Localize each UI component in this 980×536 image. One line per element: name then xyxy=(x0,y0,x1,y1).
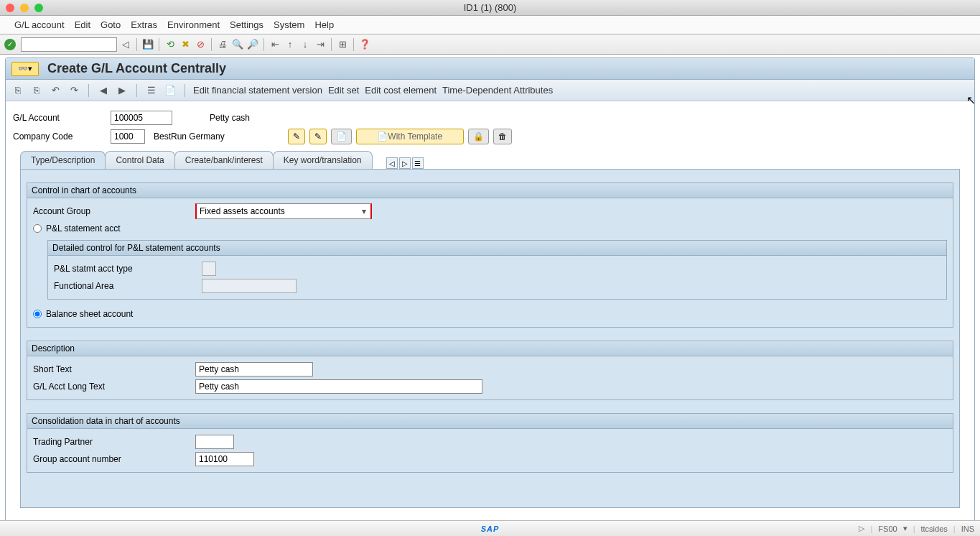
pl-type-input[interactable] xyxy=(202,262,216,276)
menu-help[interactable]: Help xyxy=(314,19,334,30)
copy-icon[interactable]: ⎘ xyxy=(30,84,43,97)
dropdown-arrow-icon: ▾ xyxy=(358,206,370,216)
trading-partner-label: Trading Partner xyxy=(33,437,191,447)
tab-list-icon[interactable]: ☰ xyxy=(412,157,424,169)
menubar: G/L account Edit Goto Extras Environment… xyxy=(0,16,980,34)
back-nav-icon[interactable]: ⟲ xyxy=(164,38,177,51)
group-description-title: Description xyxy=(27,341,953,356)
menu-settings[interactable]: Settings xyxy=(230,19,263,30)
tab-control-data[interactable]: Control Data xyxy=(105,151,174,169)
short-text-input[interactable] xyxy=(195,362,313,376)
system-toolbar: ✓ ◁ 💾 ⟲ ✖ ⊘ 🖨 🔍 🔎 ⇤ ↑ ↓ ⇥ ⊞ ❓ xyxy=(0,34,980,55)
window-maximize[interactable] xyxy=(34,4,43,12)
doc-button[interactable]: 📄 xyxy=(331,129,352,144)
group-control-coa-title: Control in chart of accounts xyxy=(27,183,953,198)
trading-partner-input[interactable] xyxy=(195,435,234,449)
last-page-icon[interactable]: ⇥ xyxy=(314,38,327,51)
cancel-icon[interactable]: ⊘ xyxy=(194,38,207,51)
next-page-icon[interactable]: ↓ xyxy=(299,38,312,51)
page-title: Create G/L Account Centrally xyxy=(47,61,226,76)
app-toolbar: ⎘ ⎘ ↶ ↷ ◀ ▶ ☰ 📄 Edit financial statement… xyxy=(6,80,974,101)
gl-account-input[interactable] xyxy=(111,111,172,125)
group-account-label: Group account number xyxy=(33,454,191,464)
hierarchy-icon[interactable]: ☰ xyxy=(145,84,158,97)
tab-scroll-right-icon[interactable]: ▷ xyxy=(399,157,411,169)
group-control-coa: Control in chart of accounts Account Gro… xyxy=(27,182,953,328)
account-group-label: Account Group xyxy=(33,206,191,216)
enter-icon[interactable]: ✓ xyxy=(4,39,16,50)
account-group-select[interactable]: Fixed assets accounts ▾ xyxy=(195,203,372,219)
window-minimize[interactable] xyxy=(20,4,29,12)
functional-area-input[interactable] xyxy=(202,279,297,293)
link-edit-fsv[interactable]: Edit financial statement version xyxy=(193,85,322,96)
group-consolidation-title: Consolidation data in chart of accounts xyxy=(27,414,953,429)
window-title: ID1 (1) (800) xyxy=(464,2,517,13)
save-icon[interactable]: 💾 xyxy=(141,38,154,51)
create-icon[interactable]: ⎘ xyxy=(11,84,24,97)
find-next-icon[interactable]: 🔎 xyxy=(246,38,259,51)
group-consolidation: Consolidation data in chart of accounts … xyxy=(27,413,953,473)
exit-icon[interactable]: ✖ xyxy=(179,38,192,51)
prev-icon[interactable]: ◀ xyxy=(97,84,110,97)
menu-goto[interactable]: Goto xyxy=(101,19,121,30)
display-button[interactable]: ✎ xyxy=(288,129,305,144)
subgroup-pl-detail: Detailed control for P&L statement accou… xyxy=(47,240,947,300)
link-edit-cost[interactable]: Edit cost element xyxy=(365,85,437,96)
menu-system[interactable]: System xyxy=(274,19,304,30)
content-area: 👓▾ Create G/L Account Centrally ⎘ ⎘ ↶ ↷ … xyxy=(5,57,975,523)
gl-account-desc: Petty cash xyxy=(210,113,250,123)
tab-create-bank[interactable]: Create/bank/interest xyxy=(174,151,274,169)
tab-type-description[interactable]: Type/Description xyxy=(20,151,106,169)
find-icon[interactable]: 🔍 xyxy=(231,38,244,51)
balance-sheet-label: Balance sheet account xyxy=(46,309,133,319)
doc-icon[interactable]: 📄 xyxy=(164,84,177,97)
pl-statement-radio[interactable] xyxy=(33,224,42,233)
link-edit-set[interactable]: Edit set xyxy=(328,85,359,96)
menu-environment[interactable]: Environment xyxy=(167,19,220,30)
delete-button[interactable]: 🗑 xyxy=(493,129,512,144)
pl-statement-label: P&L statement acct xyxy=(46,223,121,234)
change-button[interactable]: ✎ xyxy=(309,129,327,144)
menu-gl-account[interactable]: G/L account xyxy=(14,19,65,30)
short-text-label: Short Text xyxy=(33,364,191,374)
gl-account-label: G/L Account xyxy=(13,113,105,123)
functional-area-label: Functional Area xyxy=(54,281,197,291)
tabstrip: Type/Description Control Data Create/ban… xyxy=(20,150,960,169)
next-icon[interactable]: ▶ xyxy=(116,84,129,97)
mac-titlebar: ID1 (1) (800) xyxy=(0,0,980,16)
glasses-icon[interactable]: 👓▾ xyxy=(11,62,39,76)
header-fields: G/L Account Petty cash Company Code Best… xyxy=(6,101,974,150)
group-description: Description Short Text G/L Acct Long Tex… xyxy=(27,341,953,400)
menu-extras[interactable]: Extras xyxy=(131,19,157,30)
lock-button[interactable]: 🔒 xyxy=(468,129,489,144)
first-page-icon[interactable]: ⇤ xyxy=(269,38,281,51)
window-close[interactable] xyxy=(6,4,14,12)
undo-icon[interactable]: ↶ xyxy=(49,84,62,97)
company-code-label: Company Code xyxy=(13,131,105,142)
company-code-input[interactable] xyxy=(111,129,145,144)
prev-page-icon[interactable]: ↑ xyxy=(284,38,297,51)
company-code-desc: BestRun Germany xyxy=(154,131,225,142)
group-account-input[interactable] xyxy=(195,452,254,466)
statusbar: SAP ▷ | FS00 ▾ | ttcsides | INS xyxy=(0,520,980,523)
tab-body: Control in chart of accounts Account Gro… xyxy=(20,169,960,508)
new-session-icon[interactable]: ⊞ xyxy=(336,38,349,51)
balance-sheet-radio[interactable] xyxy=(33,310,42,318)
help-icon[interactable]: ❓ xyxy=(358,38,371,51)
page-header: 👓▾ Create G/L Account Centrally xyxy=(6,58,974,80)
menu-edit[interactable]: Edit xyxy=(75,19,90,30)
long-text-input[interactable] xyxy=(195,379,482,394)
long-text-label: G/L Acct Long Text xyxy=(33,382,191,392)
with-template-button[interactable]: 📄 With Template xyxy=(356,129,464,144)
command-field[interactable] xyxy=(21,37,117,52)
back-icon[interactable]: ◁ xyxy=(119,38,132,51)
link-time-dep[interactable]: Time-Dependent Attributes xyxy=(442,85,553,96)
subgroup-pl-title: Detailed control for P&L statement accou… xyxy=(48,241,946,256)
print-icon[interactable]: 🖨 xyxy=(216,38,229,51)
pl-type-label: P&L statmt acct type xyxy=(54,264,197,274)
account-group-value: Fixed assets accounts xyxy=(200,206,285,216)
redo-icon[interactable]: ↷ xyxy=(67,84,80,97)
tab-scroll-left-icon[interactable]: ◁ xyxy=(386,157,398,169)
tab-keyword[interactable]: Key word/translation xyxy=(273,151,373,169)
